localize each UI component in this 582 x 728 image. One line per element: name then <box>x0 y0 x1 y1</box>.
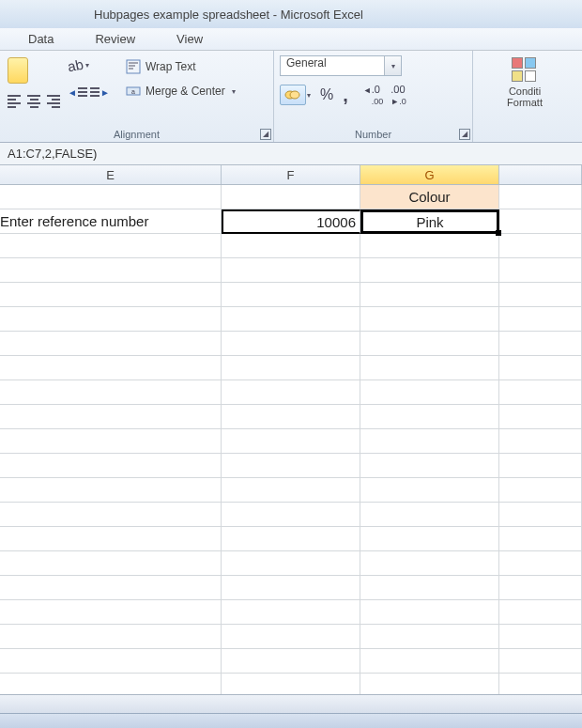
cell[interactable] <box>222 625 360 649</box>
cell[interactable] <box>222 332 360 356</box>
cell-G1[interactable]: Colour <box>360 185 499 209</box>
align-center-icon[interactable] <box>25 93 42 108</box>
decrease-indent-button[interactable]: ◄ <box>68 85 84 100</box>
cell[interactable] <box>222 503 360 527</box>
cell[interactable] <box>499 576 582 600</box>
accounting-format-button[interactable]: ▾ <box>280 85 311 105</box>
cell[interactable] <box>222 649 360 674</box>
cell[interactable] <box>499 625 582 649</box>
cell[interactable] <box>499 503 582 527</box>
formula-bar[interactable]: A1:C7,2,FALSE) <box>0 143 582 165</box>
cell[interactable] <box>222 234 360 258</box>
cell[interactable] <box>499 380 582 405</box>
cell[interactable] <box>499 356 582 380</box>
col-header-E[interactable]: E <box>0 165 222 184</box>
cell[interactable] <box>499 551 582 576</box>
percent-button[interactable]: % <box>320 86 333 103</box>
cell-G2[interactable]: Pink <box>360 209 499 234</box>
cell[interactable] <box>360 649 499 674</box>
cell[interactable] <box>360 625 499 649</box>
cell[interactable] <box>222 454 360 478</box>
cell[interactable] <box>499 454 582 478</box>
cell[interactable] <box>0 307 222 332</box>
sheet-tabs-bar[interactable] <box>0 694 582 713</box>
cell[interactable] <box>0 380 222 405</box>
cell[interactable] <box>360 380 499 405</box>
cell[interactable] <box>0 527 222 551</box>
cell[interactable] <box>0 600 222 625</box>
cell[interactable] <box>222 429 360 454</box>
cell[interactable] <box>499 429 582 454</box>
cell[interactable] <box>360 332 499 356</box>
col-header-G[interactable]: G <box>360 165 499 184</box>
cell[interactable] <box>499 307 582 332</box>
cell[interactable] <box>360 600 499 625</box>
cell[interactable] <box>0 258 222 283</box>
cell[interactable] <box>222 576 360 600</box>
cell[interactable] <box>360 551 499 576</box>
cell[interactable] <box>0 405 222 429</box>
align-right-icon[interactable] <box>45 93 62 108</box>
cell[interactable] <box>360 307 499 332</box>
number-dialog-launcher[interactable]: ◢ <box>459 129 470 140</box>
cell[interactable] <box>360 405 499 429</box>
col-header-H[interactable] <box>499 165 582 184</box>
wrap-text-button[interactable]: Wrap Text <box>122 57 239 76</box>
cell[interactable] <box>222 307 360 332</box>
cell-F1[interactable] <box>222 185 360 209</box>
cell[interactable] <box>499 332 582 356</box>
cell[interactable] <box>0 454 222 478</box>
cell[interactable] <box>360 576 499 600</box>
tab-data[interactable]: Data <box>8 32 74 46</box>
cell[interactable] <box>499 405 582 429</box>
cell[interactable] <box>360 234 499 258</box>
cell[interactable] <box>499 234 582 258</box>
tab-view[interactable]: View <box>156 32 223 46</box>
increase-decimal-button[interactable]: ◄.0.00 <box>363 84 384 106</box>
cell-F2[interactable]: 10006 <box>222 209 360 234</box>
cell[interactable] <box>222 478 360 503</box>
tab-review[interactable]: Review <box>74 32 156 46</box>
cell[interactable] <box>499 283 582 307</box>
cell[interactable] <box>222 356 360 380</box>
cell[interactable] <box>360 283 499 307</box>
cell[interactable] <box>499 649 582 674</box>
cell[interactable] <box>499 600 582 625</box>
cell[interactable] <box>360 478 499 503</box>
cell[interactable] <box>0 429 222 454</box>
cell[interactable] <box>0 649 222 674</box>
cell[interactable] <box>360 454 499 478</box>
cell[interactable] <box>360 356 499 380</box>
cell[interactable] <box>222 258 360 283</box>
cell[interactable] <box>222 380 360 405</box>
align-left-icon[interactable] <box>6 93 23 108</box>
cell[interactable] <box>360 503 499 527</box>
fill-handle[interactable] <box>496 230 501 236</box>
cell-H1[interactable] <box>499 185 582 209</box>
cell[interactable] <box>222 527 360 551</box>
increase-indent-button[interactable]: ► <box>90 85 107 100</box>
col-header-F[interactable]: F <box>222 165 360 184</box>
cell[interactable] <box>360 527 499 551</box>
cell[interactable] <box>0 503 222 527</box>
cell-E2[interactable]: Enter reference number <box>0 209 222 234</box>
cell[interactable] <box>0 551 222 576</box>
cell[interactable] <box>0 283 222 307</box>
number-format-dropdown[interactable]: General ▾ <box>280 55 402 76</box>
cell-H2[interactable] <box>499 209 582 234</box>
cell[interactable] <box>360 429 499 454</box>
cell[interactable] <box>222 405 360 429</box>
conditional-formatting-button[interactable]: Conditi Formatt <box>503 54 546 110</box>
alignment-dialog-launcher[interactable]: ◢ <box>260 129 271 140</box>
cell[interactable] <box>0 478 222 503</box>
cell[interactable] <box>360 258 499 283</box>
cell[interactable] <box>222 551 360 576</box>
cell[interactable] <box>0 356 222 380</box>
cell[interactable] <box>499 527 582 551</box>
cell[interactable] <box>0 625 222 649</box>
orientation-button[interactable]: ab ▾ <box>68 57 107 73</box>
cell[interactable] <box>499 478 582 503</box>
cell[interactable] <box>0 234 222 258</box>
cell-E1[interactable] <box>0 185 222 209</box>
cell[interactable] <box>222 600 360 625</box>
